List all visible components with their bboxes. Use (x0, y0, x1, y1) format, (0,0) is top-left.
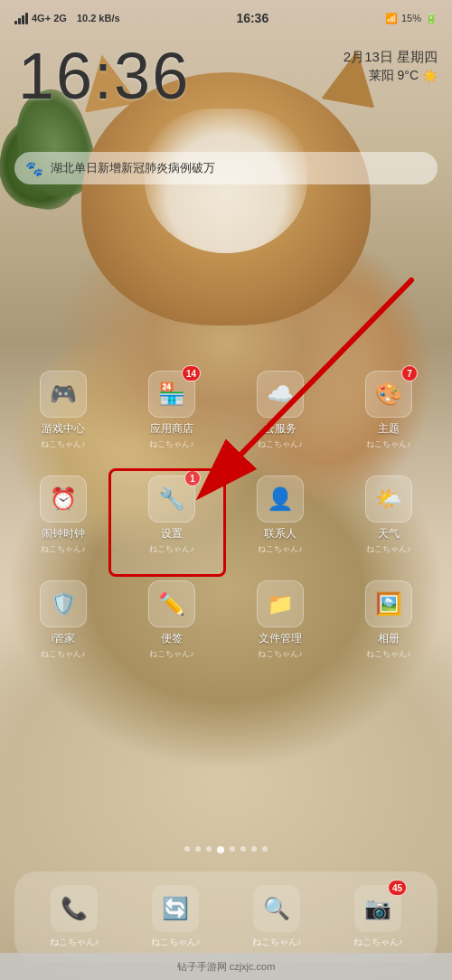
app-game-center[interactable]: 🎮 游戏中心 ねこちゃん♪ (27, 371, 99, 450)
date-weather-panel: 2月13日 星期四 莱阳 9°C ☀️ (344, 47, 438, 84)
app-sublabel-cloud: ねこちゃん♪ (258, 438, 303, 450)
page-dot-5 (230, 846, 235, 852)
app-icon-files: 📁 (257, 580, 304, 627)
app-icon-cloud: ☁️ (257, 371, 304, 418)
app-contacts[interactable]: 👤 联系人 ねこちゃん♪ (244, 476, 316, 555)
app-icon-weather: 🌤️ (365, 476, 412, 523)
app-icon-wrap-contacts: 👤 (257, 476, 304, 523)
signal-bar-4 (25, 13, 28, 24)
network-speed: 10.2 kB/s (77, 13, 120, 24)
dock-label-phone: ねこちゃん♪ (50, 936, 99, 948)
app-label-files: 文件管理 (259, 631, 302, 646)
app-label-store: 应用商店 (150, 421, 193, 437)
app-icon-photos: 🖼️ (365, 580, 412, 627)
app-label-theme: 主题 (378, 421, 400, 437)
app-sublabel-store: ねこちゃん♪ (149, 438, 194, 450)
page-indicators (0, 846, 452, 853)
dock-label-search: ねこちゃん♪ (252, 936, 302, 948)
app-sublabel-memo: ねこちゃん♪ (149, 648, 194, 660)
app-label-photos: 相册 (378, 631, 400, 646)
app-sublabel-photos: ねこちゃん♪ (366, 648, 411, 660)
clock-display: 16:36 (18, 43, 190, 108)
status-left: 4G+ 2G 10.2 kB/s (14, 13, 120, 24)
app-manager[interactable]: 🛡️ i管家 ねこちゃん♪ (27, 580, 99, 660)
app-icon-wrap-weather: 🌤️ (365, 476, 412, 523)
app-icon-wrap-cloud: ☁️ (257, 371, 304, 418)
dock-icon-phone: 📞 (51, 885, 98, 932)
app-label-memo: 便签 (161, 631, 183, 646)
app-memo[interactable]: ✏️ 便签 ねこちゃん♪ (136, 580, 208, 660)
wifi-icon: 📶 (385, 13, 398, 24)
news-banner[interactable]: 🐾 湖北单日新增新冠肺炎病例破万 (14, 152, 438, 184)
app-icon-clock: ⏰ (40, 476, 87, 523)
app-photos[interactable]: 🖼️ 相册 ねこちゃん♪ (353, 580, 425, 660)
bottom-dock: 📞 ねこちゃん♪ 🔄 ねこちゃん♪ 🔍 ねこちゃん♪ 📷 45 ねこちゃん♪ (14, 872, 438, 962)
dock-camera[interactable]: 📷 45 ねこちゃん♪ (346, 885, 410, 948)
dock-search[interactable]: 🔍 ねこちゃん♪ (245, 885, 308, 948)
app-grid: 🎮 游戏中心 ねこちゃん♪ 🏪 14 应用商店 ねこちゃん♪ ☁️ 云服务 ねこ… (0, 371, 452, 685)
app-sublabel-manager: ねこちゃん♪ (41, 648, 86, 660)
news-text: 湖北单日新增新冠肺炎病例破万 (51, 160, 215, 176)
app-sublabel-game: ねこちゃん♪ (41, 438, 86, 450)
app-sublabel-contacts: ねこちゃん♪ (258, 543, 303, 555)
app-icon-contacts: 👤 (257, 476, 304, 523)
dock-label-browser: ねこちゃん♪ (151, 936, 201, 948)
app-weather[interactable]: 🌤️ 天气 ねこちゃん♪ (353, 476, 425, 555)
app-label-clock: 闹钟时钟 (42, 526, 85, 542)
signal-bar-2 (18, 18, 21, 24)
app-icon-wrap-clock: ⏰ (40, 476, 87, 523)
badge-camera: 45 (388, 880, 407, 896)
battery-icon: 🔋 (425, 13, 438, 24)
dock-browser[interactable]: 🔄 ねこちゃん♪ (144, 885, 207, 948)
highlight-settings-box (108, 468, 226, 577)
app-label-game: 游戏中心 (42, 421, 85, 437)
app-icon-wrap-manager: 🛡️ (40, 580, 87, 627)
dock-icon-search: 🔍 (253, 885, 300, 932)
status-time: 16:36 (236, 11, 268, 25)
app-label-cloud: 云服务 (264, 421, 297, 437)
app-icon-wrap-store: 🏪 14 (148, 371, 195, 418)
app-sublabel-weather: ねこちゃん♪ (366, 543, 411, 555)
page-dot-2 (195, 846, 201, 852)
page-dot-6 (240, 846, 246, 852)
app-label-weather: 天气 (378, 526, 400, 542)
weather-icon: ☀️ (422, 69, 438, 83)
page-dot-8 (262, 846, 268, 852)
app-app-store[interactable]: 🏪 14 应用商店 ねこちゃん♪ (136, 371, 208, 450)
app-sublabel-files: ねこちゃん♪ (258, 648, 303, 660)
network-type: 4G+ 2G (32, 13, 67, 24)
watermark: 钻子手游网 czjxjc.com (0, 953, 452, 980)
status-bar: 4G+ 2G 10.2 kB/s 16:36 📶 15% 🔋 (0, 0, 452, 36)
app-clock[interactable]: ⏰ 闹钟时钟 ねこちゃん♪ (27, 476, 99, 555)
news-icon: 🐾 (25, 160, 43, 177)
app-icon-manager: 🛡️ (40, 580, 87, 627)
app-icon-wrap-photos: 🖼️ (365, 580, 412, 627)
date-display: 2月13日 星期四 (344, 47, 438, 68)
badge-theme: 7 (401, 365, 418, 382)
app-label-contacts: 联系人 (264, 526, 297, 542)
app-theme[interactable]: 🎨 7 主题 ねこちゃん♪ (353, 371, 425, 450)
app-row-2: ⏰ 闹钟时钟 ねこちゃん♪ 🔧 1 设置 ねこちゃん♪ 👤 联系人 ねこちゃん♪… (9, 476, 443, 555)
signal-bar-1 (14, 21, 17, 24)
app-icon-wrap-theme: 🎨 7 (365, 371, 412, 418)
watermark-text: 钻子手游网 czjxjc.com (177, 960, 276, 974)
page-dot-4 (217, 846, 224, 853)
status-right: 📶 15% 🔋 (385, 13, 438, 24)
app-icon-wrap-memo: ✏️ (148, 580, 195, 627)
dock-camera-wrap: 📷 45 (354, 885, 401, 932)
app-icon-wrap-files: 📁 (257, 580, 304, 627)
app-row-1: 🎮 游戏中心 ねこちゃん♪ 🏪 14 应用商店 ねこちゃん♪ ☁️ 云服务 ねこ… (9, 371, 443, 450)
app-label-manager: i管家 (52, 631, 76, 646)
app-cloud-service[interactable]: ☁️ 云服务 ねこちゃん♪ (244, 371, 316, 450)
app-icon-game: 🎮 (40, 371, 87, 418)
clock-time: 16:36 (18, 43, 190, 108)
app-sublabel-theme: ねこちゃん♪ (366, 438, 411, 450)
page-dot-7 (251, 846, 257, 852)
app-files[interactable]: 📁 文件管理 ねこちゃん♪ (244, 580, 316, 660)
app-icon-wrap-game: 🎮 (40, 371, 87, 418)
page-dot-1 (184, 846, 190, 852)
weather-location-temp: 莱阳 9°C (369, 68, 419, 84)
signal-strength (14, 13, 28, 24)
dock-phone[interactable]: 📞 ねこちゃん♪ (42, 885, 106, 948)
signal-bar-3 (22, 15, 24, 24)
